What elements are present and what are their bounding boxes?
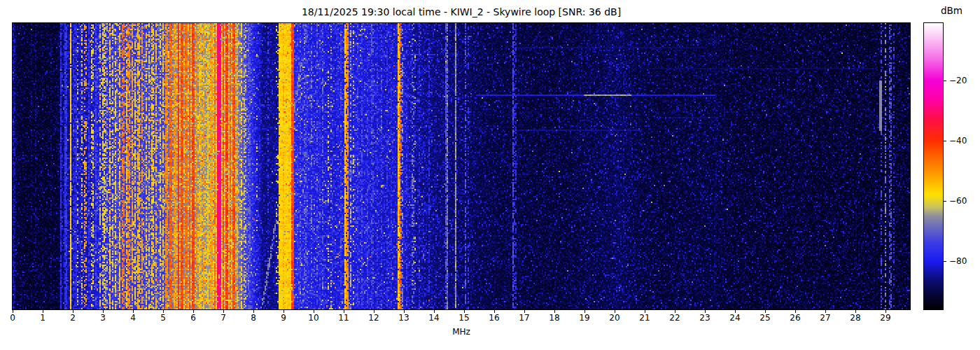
x-tick-label: 18 bbox=[549, 313, 559, 323]
x-tick-label: 28 bbox=[850, 313, 860, 323]
colorbar-tick-label: −20 bbox=[949, 76, 967, 85]
x-tick-label: 10 bbox=[308, 313, 318, 323]
colorbar-tick-mark bbox=[944, 141, 946, 141]
x-tick-label: 17 bbox=[519, 313, 529, 323]
x-axis-unit-label: MHz bbox=[452, 327, 470, 337]
x-tick-label: 29 bbox=[880, 313, 890, 323]
colorbar-unit-label: dBm bbox=[941, 5, 962, 16]
x-tick-label: 2 bbox=[70, 313, 76, 323]
x-tick-label: 8 bbox=[251, 313, 256, 323]
chart-title: 18/11/2025 19:30 local time - KIWI_2 - S… bbox=[13, 6, 910, 18]
x-tick-label: 13 bbox=[398, 313, 409, 323]
colorbar-tick-label: −40 bbox=[949, 136, 967, 146]
x-tick-label: 21 bbox=[639, 313, 650, 323]
colorbar-tick-label: −80 bbox=[949, 256, 967, 266]
x-tick-label: 16 bbox=[489, 313, 499, 323]
x-tick-label: 24 bbox=[729, 313, 740, 323]
x-tick-label: 6 bbox=[190, 313, 196, 323]
x-tick-label: 7 bbox=[220, 313, 226, 323]
x-tick-label: 27 bbox=[820, 313, 830, 323]
x-tick-label: 9 bbox=[281, 313, 286, 323]
x-tick-label: 26 bbox=[790, 313, 800, 323]
spectrogram-figure: 18/11/2025 19:30 local time - KIWI_2 - S… bbox=[0, 0, 980, 350]
x-tick-label: 12 bbox=[368, 313, 379, 323]
x-tick-label: 5 bbox=[160, 313, 166, 323]
colorbar-gradient bbox=[924, 23, 943, 309]
colorbar-tick-mark bbox=[944, 261, 946, 262]
colorbar bbox=[923, 22, 944, 310]
x-tick-label: 20 bbox=[609, 313, 620, 323]
x-tick-label: 25 bbox=[760, 313, 770, 323]
colorbar-tick-label: −60 bbox=[949, 196, 967, 206]
x-tick-label: 0 bbox=[10, 313, 15, 323]
colorbar-tick-mark bbox=[944, 80, 946, 81]
x-tick-label: 4 bbox=[130, 313, 136, 323]
x-tick-label: 19 bbox=[579, 313, 589, 323]
x-tick-label: 1 bbox=[40, 313, 46, 323]
plot-area bbox=[12, 22, 911, 310]
x-tick-label: 22 bbox=[669, 313, 680, 323]
spectrogram-canvas bbox=[13, 23, 910, 309]
colorbar-tick-mark bbox=[944, 201, 946, 202]
x-tick-label: 11 bbox=[338, 313, 349, 323]
x-tick-label: 14 bbox=[428, 313, 439, 323]
x-tick-label: 23 bbox=[699, 313, 710, 323]
x-tick-label: 3 bbox=[100, 313, 106, 323]
x-tick-label: 15 bbox=[458, 313, 469, 323]
